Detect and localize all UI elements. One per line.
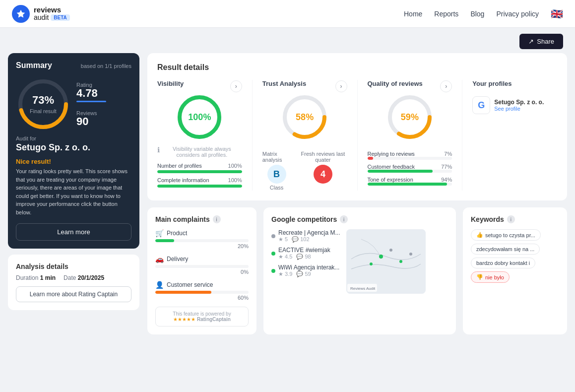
- learn-more-button[interactable]: Learn more: [16, 223, 131, 241]
- quality-pct: 59%: [401, 112, 419, 123]
- header: reviews audit BETA Home Reports Blog Pri…: [0, 0, 575, 28]
- matrix-analysis: Matrix analysis B Class: [262, 151, 291, 191]
- svg-point-13: [409, 253, 412, 256]
- analysis-title: Analysis details: [16, 262, 131, 270]
- profiles-col: Your profiles G Setugo Sp. z o. o. See p…: [472, 80, 557, 191]
- feedback-label: Customer feedback: [368, 164, 415, 170]
- rating-value: 4.78: [76, 88, 106, 99]
- quality-chevron[interactable]: ›: [440, 80, 452, 92]
- competitor-name-1: Recreate | Agencja M...: [278, 229, 340, 236]
- summary-title: Summary: [16, 61, 52, 70]
- quality-circle: 59%: [385, 92, 435, 142]
- keyword-chips: 👍 setugo to czysta pr... zdecydowałam si…: [471, 229, 559, 283]
- feedback-pct: 77%: [441, 164, 452, 170]
- summary-card: Summary based on 1/1 profiles 73% Final …: [8, 53, 139, 249]
- svg-point-11: [399, 260, 402, 263]
- thumbs-down-icon: 👎: [476, 274, 483, 280]
- service-name: Customer service: [167, 281, 213, 288]
- visibility-note: ℹ Visibility variable always considers a…: [157, 146, 242, 158]
- competitor-item-3: WiWi Agencja interak... ★ 3.9 💬 59: [271, 264, 340, 277]
- chip-1: 👍 setugo to czysta pr...: [471, 229, 541, 241]
- nav-blog[interactable]: Blog: [470, 10, 484, 18]
- complaints-info-icon[interactable]: i: [213, 215, 221, 223]
- complaint-delivery: 🚗 Delivery 0%: [155, 255, 249, 275]
- competitor-name-3: WiWi Agencja interak...: [278, 264, 340, 271]
- rating-line: [76, 101, 106, 102]
- star-icon: [16, 9, 26, 19]
- share-button[interactable]: ↗ Share: [519, 34, 563, 49]
- visibility-circle: 100%: [175, 92, 224, 142]
- visibility-chevron[interactable]: ›: [230, 80, 242, 92]
- analysis-card: Analysis details Duration 1 min Date 20/…: [8, 255, 139, 310]
- complete-info-label: Complete information: [157, 177, 209, 183]
- beta-badge: BETA: [51, 14, 69, 21]
- profile-name: Setugo Sp. z o. o.: [494, 99, 544, 106]
- logo-icon: [12, 5, 30, 23]
- replying-label: Replying to reviews: [368, 151, 415, 157]
- nice-result: Nice result!: [16, 158, 131, 165]
- svg-point-9: [379, 255, 383, 259]
- result-details-card: Result details Visibility › 100%: [147, 53, 567, 200]
- keywords-title: Keywords: [471, 215, 504, 223]
- num-profiles-label: Number of profiles: [157, 163, 202, 169]
- product-name: Product: [167, 230, 187, 237]
- nav-privacy[interactable]: Privacy policy: [496, 10, 539, 18]
- chip-4: 👎 nie było: [471, 271, 510, 283]
- competitor-stars-2: ★ 4.5: [278, 254, 292, 260]
- competitor-name-2: EACTIVE #wiemjak: [278, 247, 340, 254]
- powered-by: This feature is powered by ★★★★★ RatingC…: [155, 307, 249, 327]
- competitor-dot-1: [271, 234, 275, 238]
- thumbs-up-icon: 👍: [476, 232, 483, 238]
- nav-reports[interactable]: Reports: [434, 10, 458, 18]
- competitor-reviews-3: 💬 59: [296, 271, 311, 277]
- profile-info: Setugo Sp. z o. o. See profile: [494, 99, 544, 112]
- replying-pct: 7%: [444, 151, 452, 157]
- complaints-title: Main complaints: [155, 215, 210, 223]
- svg-point-12: [370, 262, 373, 265]
- duration-label: Duration 1 min: [16, 274, 56, 281]
- product-pct: 20%: [155, 243, 249, 249]
- logo-audit-text: audit BETA: [34, 14, 70, 21]
- left-panel: Summary based on 1/1 profiles 73% Final …: [8, 53, 139, 334]
- competitor-stars-3: ★ 3.9: [278, 271, 292, 277]
- learn-captain-button[interactable]: Learn more about Rating Captain: [16, 286, 131, 302]
- service-icon: 👤: [155, 281, 164, 289]
- delivery-name: Delivery: [167, 256, 188, 262]
- complaint-product: 🛒 Product 20%: [155, 229, 249, 249]
- audit-for-label: Audit for: [16, 135, 131, 141]
- company-name: Setugo Sp. z o. o.: [16, 142, 131, 153]
- language-flag[interactable]: 🇬🇧: [551, 8, 563, 20]
- tone-label: Tone of expression: [368, 177, 413, 183]
- result-description: Your rating looks pretty well. This scor…: [16, 167, 131, 216]
- nav: Home Reports Blog Privacy policy 🇬🇧: [404, 8, 563, 20]
- tone-pct: 94%: [441, 177, 452, 183]
- chip-2: zdecydowałam się na ...: [471, 244, 540, 255]
- competitors-info-icon[interactable]: i: [340, 215, 348, 223]
- center-right: Result details Visibility › 100%: [147, 53, 567, 334]
- trust-col: Trust Analysis › 58% Matrix analysis: [262, 80, 347, 191]
- trust-chevron[interactable]: ›: [335, 80, 347, 92]
- see-profile-link[interactable]: See profile: [494, 106, 544, 112]
- quality-title: Quality of reviews: [368, 80, 423, 87]
- product-icon: 🛒: [155, 229, 164, 237]
- delivery-pct: 0%: [155, 269, 249, 275]
- toolbar: ↗ Share: [0, 28, 575, 53]
- delivery-icon: 🚗: [155, 255, 164, 263]
- competitor-list: Recreate | Agencja M... ★ 5 💬 102 EACTIV…: [271, 229, 340, 277]
- trust-circle: 58%: [280, 92, 329, 142]
- keywords-info-icon[interactable]: i: [507, 215, 515, 223]
- complaint-customer-service: 👤 Customer service 60%: [155, 281, 249, 301]
- service-pct: 60%: [155, 295, 249, 301]
- complete-info-pct: 100%: [228, 177, 242, 183]
- visibility-pct: 100%: [188, 112, 211, 123]
- nav-home[interactable]: Home: [404, 10, 422, 18]
- bottom-row: Main complaints i 🛒 Product 20% 🚗 Delive…: [147, 207, 567, 334]
- quality-col: Quality of reviews › 59% Replyin: [368, 80, 452, 191]
- svg-point-10: [389, 249, 392, 252]
- logo: reviews audit BETA: [12, 5, 70, 23]
- complaints-card: Main complaints i 🛒 Product 20% 🚗 Delive…: [147, 207, 256, 334]
- competitor-reviews-1: 💬 102: [292, 236, 309, 243]
- main-layout: Summary based on 1/1 profiles 73% Final …: [0, 53, 575, 342]
- visibility-col: Visibility › 100% ℹ Visibility variable …: [157, 80, 242, 191]
- competitors-card: Google competitors i Recreate | Agencja …: [263, 207, 456, 334]
